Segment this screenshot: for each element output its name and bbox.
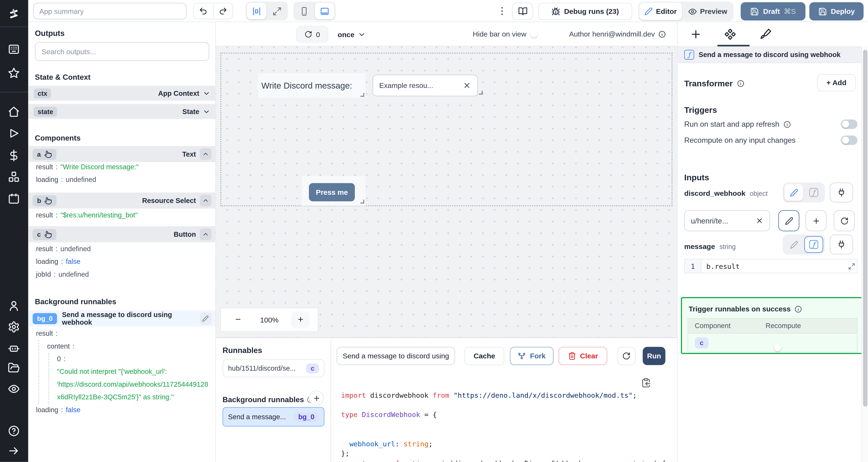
refresh-resource-button[interactable] <box>834 210 855 231</box>
bug-icon <box>551 7 560 16</box>
runnable-item[interactable]: hub/1511/discord/se... c <box>223 359 324 377</box>
expand-rail-arrow-icon[interactable] <box>8 445 20 457</box>
more-menu-kebab-icon[interactable] <box>496 5 507 17</box>
collapse-button[interactable] <box>200 148 212 160</box>
docs-book-button[interactable] <box>512 3 533 20</box>
favorites-star-icon[interactable] <box>8 67 20 79</box>
resize-handle[interactable] <box>361 93 364 97</box>
edit-resource-pencil-button[interactable] <box>778 210 800 231</box>
center-layout-button[interactable] <box>247 3 266 20</box>
message-expression-editor[interactable]: 1 b.result <box>684 259 857 273</box>
collapse-button[interactable] <box>200 195 212 206</box>
copy-code-icon[interactable] <box>641 378 651 388</box>
transformer-title: Transformer <box>684 78 744 88</box>
component-header-a[interactable]: a Text <box>28 146 216 162</box>
static-pencil-button[interactable] <box>784 184 803 201</box>
insert-component-plus-icon[interactable] <box>690 28 702 40</box>
clear-resource-x-icon[interactable] <box>756 217 764 225</box>
resize-handle[interactable] <box>479 91 483 95</box>
active-tab-underline <box>717 45 750 46</box>
tab-preview[interactable]: Preview <box>683 3 733 20</box>
apps-icon[interactable] <box>8 43 20 56</box>
output-row-ctx[interactable]: ctx App Context <box>28 86 216 101</box>
search-outputs-input[interactable] <box>35 42 209 61</box>
folders-icon[interactable] <box>8 362 20 374</box>
background-runnable-item-selected[interactable]: Send a message... bg_0 <box>223 407 324 426</box>
collapse-button[interactable] <box>200 229 212 240</box>
canvas-text-component[interactable]: Write Discord message: <box>258 73 365 98</box>
fork-button[interactable]: Fork <box>510 347 554 365</box>
draft-save-button[interactable]: Draft ⌘S <box>741 2 805 21</box>
runnable-header[interactable]: ƒ Send a message to discord using webhoo… <box>678 46 862 63</box>
deploy-button[interactable]: Deploy <box>809 2 864 21</box>
ctx-type-label: App Context <box>158 89 199 97</box>
app-summary-input[interactable] <box>33 3 186 20</box>
recompute-label: Recompute on any input changes <box>684 136 796 144</box>
undo-button[interactable] <box>194 3 213 19</box>
tab-editor[interactable]: Editor <box>639 3 682 20</box>
windmill-app-editor: Debug runs (23) Editor Preview Draft ⌘S … <box>0 0 868 462</box>
audit-eye-icon[interactable] <box>8 383 20 395</box>
user-icon[interactable] <box>8 300 20 312</box>
component-settings-icon[interactable] <box>724 28 736 40</box>
static-pencil-button[interactable] <box>784 236 803 253</box>
hide-bar-label: Hide bar on view <box>473 30 526 38</box>
refresh-count-button[interactable]: 0 <box>296 26 328 42</box>
message-input-mode-group: ƒ <box>783 234 825 254</box>
background-runnable-header-bg0[interactable]: bg_0 Send a message to discord using web… <box>28 310 216 327</box>
expand-editor-icon[interactable] <box>846 259 857 273</box>
add-background-runnable-button[interactable] <box>309 391 324 405</box>
resource-select[interactable]: u/henri/te... <box>684 210 770 231</box>
zoom-out-button[interactable]: − <box>229 311 248 328</box>
clear-button[interactable]: Clear <box>559 347 607 365</box>
canvas-zoom-bar: − 100% + <box>220 307 318 332</box>
edit-pencil-icon[interactable] <box>200 312 212 325</box>
pointer-icon <box>44 197 52 204</box>
cache-button[interactable]: Cache <box>465 347 504 365</box>
runs-play-icon[interactable] <box>8 127 20 139</box>
fullscreen-layout-button[interactable] <box>268 3 287 20</box>
add-transformer-button[interactable]: + Add <box>817 74 856 91</box>
component-a-badge: a <box>37 150 41 158</box>
webhook-resource-row: u/henri/te... <box>678 210 868 231</box>
connect-plug-button[interactable] <box>830 183 853 202</box>
layout-mode-group <box>246 2 288 21</box>
script-name-input[interactable] <box>337 347 455 365</box>
app-canvas[interactable]: Write Discord message: Example resou... … <box>216 46 677 337</box>
component-header-c[interactable]: c Button <box>28 226 216 242</box>
zoom-in-button[interactable]: + <box>291 311 310 328</box>
debug-runs-button[interactable]: Debug runs (23) <box>538 3 632 20</box>
styling-brush-icon[interactable] <box>760 28 772 40</box>
refresh-mode-dropdown[interactable]: once <box>338 26 366 42</box>
output-row-state[interactable]: state State <box>28 104 216 119</box>
recompute-toggle[interactable] <box>841 135 858 145</box>
connect-plug-button[interactable] <box>830 234 853 254</box>
resources-boxes-icon[interactable] <box>8 171 20 183</box>
run-on-start-toggle[interactable] <box>841 120 858 129</box>
inspector-scrollbar[interactable] <box>861 46 868 462</box>
variables-dollar-icon[interactable] <box>8 150 20 162</box>
add-resource-button[interactable] <box>806 210 827 231</box>
help-icon[interactable] <box>8 425 20 437</box>
canvas-press-me-button[interactable]: Press me <box>309 183 355 201</box>
prop-line: jobId:undefined <box>28 268 216 281</box>
windmill-logo-icon[interactable] <box>8 8 20 20</box>
reload-code-button[interactable] <box>617 347 636 365</box>
eval-fn-button[interactable]: ƒ <box>804 236 823 253</box>
home-icon[interactable] <box>8 106 20 118</box>
mobile-preview-button[interactable] <box>294 3 314 20</box>
resize-handle[interactable] <box>361 200 364 204</box>
clear-x-icon[interactable] <box>463 81 471 90</box>
desktop-preview-button[interactable] <box>315 3 334 20</box>
run-button[interactable]: Run <box>643 347 665 365</box>
eval-fn-button[interactable]: ƒ <box>804 184 823 201</box>
schedules-calendar-icon[interactable] <box>8 193 20 205</box>
fork-label: Fork <box>530 352 546 360</box>
component-c-badge: c <box>37 230 41 238</box>
component-header-b[interactable]: b Resource Select <box>28 193 216 209</box>
redo-button[interactable] <box>213 3 232 19</box>
canvas-resource-select-component[interactable]: Example resou... <box>373 75 477 96</box>
workers-robot-icon[interactable] <box>8 342 20 354</box>
settings-gear-icon[interactable] <box>8 321 20 333</box>
code-content[interactable]: import discordwebhook from "https://deno… <box>341 371 677 462</box>
